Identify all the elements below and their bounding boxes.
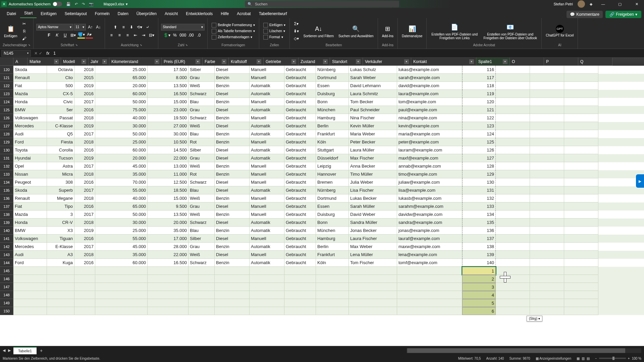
- cell[interactable]: [564, 114, 598, 122]
- cell[interactable]: 2019: [74, 122, 95, 130]
- cell[interactable]: Octavia: [47, 66, 74, 74]
- cell[interactable]: Peter Becker: [349, 138, 397, 146]
- cell[interactable]: [349, 275, 397, 283]
- table-row[interactable]: 131HyundaiTucson201920.00022.000GrauDies…: [0, 154, 644, 162]
- column-header[interactable]: Zustand▾: [299, 58, 330, 66]
- addins-button[interactable]: ⊞Add-Ins: [381, 23, 395, 39]
- cell[interactable]: Benzin: [215, 162, 250, 170]
- cell[interactable]: Manuell: [250, 98, 284, 106]
- cell[interactable]: [95, 307, 148, 315]
- row-header[interactable]: 120: [0, 66, 13, 74]
- cut-icon[interactable]: ✂: [20, 20, 28, 27]
- cell[interactable]: Gebraucht: [284, 210, 316, 219]
- cell[interactable]: [530, 90, 564, 98]
- cell[interactable]: 18.500: [148, 186, 189, 194]
- dialog-launcher-icon[interactable]: ⬊: [75, 44, 78, 47]
- percent-icon[interactable]: %: [171, 32, 178, 39]
- cell[interactable]: Schwarz: [189, 114, 215, 122]
- normal-view-icon[interactable]: ▦: [577, 357, 580, 360]
- cell[interactable]: Benzin: [215, 243, 250, 251]
- cell[interactable]: [530, 146, 564, 154]
- cell[interactable]: Automatik: [250, 227, 284, 235]
- camera-icon[interactable]: 📷: [89, 2, 94, 6]
- cell[interactable]: 70.000: [95, 178, 148, 186]
- cell[interactable]: 22.000: [148, 251, 189, 259]
- cell[interactable]: [496, 90, 530, 98]
- cell[interactable]: [284, 267, 316, 275]
- cell[interactable]: [148, 291, 189, 299]
- cell[interactable]: Manuell: [250, 235, 284, 243]
- cell[interactable]: [189, 275, 215, 283]
- cell[interactable]: [496, 154, 530, 162]
- cell[interactable]: CR-V: [47, 219, 74, 227]
- cell[interactable]: [496, 219, 530, 227]
- row-header[interactable]: 125: [0, 106, 13, 114]
- cell[interactable]: Clio: [47, 74, 74, 82]
- table-row[interactable]: 1506: [0, 307, 644, 315]
- cell[interactable]: [530, 186, 564, 194]
- cell[interactable]: 20.000: [148, 219, 189, 227]
- row-header[interactable]: 149: [0, 299, 13, 307]
- filter-icon[interactable]: ▾: [291, 59, 296, 64]
- cell[interactable]: [13, 307, 47, 315]
- cell[interactable]: [496, 138, 530, 146]
- table-row[interactable]: 143AudiA3201835.00022.000WeißDieselManue…: [0, 251, 644, 259]
- cell[interactable]: lukas@example.com: [397, 66, 462, 74]
- align-center-icon[interactable]: ≡: [116, 32, 123, 39]
- cell[interactable]: Diesel: [215, 122, 250, 130]
- table-row[interactable]: 134Peugeot308201670.00012.500SchwarzDies…: [0, 178, 644, 186]
- cell[interactable]: Bonn: [316, 98, 349, 106]
- cell[interactable]: 23.000: [148, 106, 189, 114]
- table-row[interactable]: 141VolkswagenTiguan201655.00017.000Silbe…: [0, 235, 644, 243]
- cell[interactable]: 17.500: [148, 66, 189, 74]
- row-header[interactable]: 148: [0, 291, 13, 299]
- cell[interactable]: Silber: [189, 146, 215, 154]
- cell[interactable]: 131: [462, 186, 496, 194]
- cell[interactable]: 308: [47, 178, 74, 186]
- cell[interactable]: 2017: [74, 186, 95, 194]
- cell[interactable]: [215, 267, 250, 275]
- cell[interactable]: Essen: [316, 82, 349, 90]
- cell[interactable]: [496, 98, 530, 106]
- cell[interactable]: peter@example.com: [397, 138, 462, 146]
- cell[interactable]: [496, 251, 530, 259]
- cell[interactable]: Julia Weber: [349, 178, 397, 186]
- cell[interactable]: 30.000: [148, 130, 189, 138]
- cell[interactable]: Gebraucht: [284, 82, 316, 90]
- cell[interactable]: Berlin: [316, 243, 349, 251]
- cell[interactable]: Gebraucht: [284, 162, 316, 170]
- cell[interactable]: [530, 178, 564, 186]
- cell[interactable]: Blau: [189, 227, 215, 235]
- cell[interactable]: David Lehmann: [349, 82, 397, 90]
- cell[interactable]: 135: [462, 219, 496, 227]
- cell[interactable]: [530, 82, 564, 90]
- cell[interactable]: [564, 219, 598, 227]
- cell[interactable]: BMW: [13, 227, 47, 235]
- cell[interactable]: 35.000: [95, 251, 148, 259]
- cell[interactable]: 4: [462, 291, 496, 299]
- horizontal-scrollbar[interactable]: [407, 348, 641, 353]
- cell[interactable]: Automatik: [250, 259, 284, 267]
- cell[interactable]: [564, 202, 598, 210]
- cell[interactable]: [250, 291, 284, 299]
- pdf-create-button[interactable]: 📄Erstellen von PDF-Dateien und Freigeben…: [429, 22, 480, 41]
- autofill-options-button[interactable]: (Strg) ▾: [527, 316, 542, 321]
- cell[interactable]: [349, 283, 397, 291]
- cell[interactable]: 120: [462, 98, 496, 106]
- filter-icon[interactable]: ▾: [503, 59, 507, 64]
- cell[interactable]: 10.500: [148, 138, 189, 146]
- cell[interactable]: Peugeot: [13, 178, 47, 186]
- decrease-font-icon[interactable]: A↓: [95, 24, 102, 31]
- cell[interactable]: Fiat: [13, 202, 47, 210]
- cell[interactable]: Lukas Schulz: [349, 66, 397, 74]
- cell[interactable]: [530, 210, 564, 219]
- cell[interactable]: [530, 114, 564, 122]
- comma-icon[interactable]: 000: [179, 32, 186, 39]
- cell[interactable]: 30.000: [95, 122, 148, 130]
- cell[interactable]: Manuell: [250, 162, 284, 170]
- cell[interactable]: [316, 299, 349, 307]
- cell[interactable]: Automatik: [250, 219, 284, 227]
- cell[interactable]: Gebraucht: [284, 98, 316, 106]
- cell[interactable]: Skoda: [13, 66, 47, 74]
- cell[interactable]: 17.000: [148, 235, 189, 243]
